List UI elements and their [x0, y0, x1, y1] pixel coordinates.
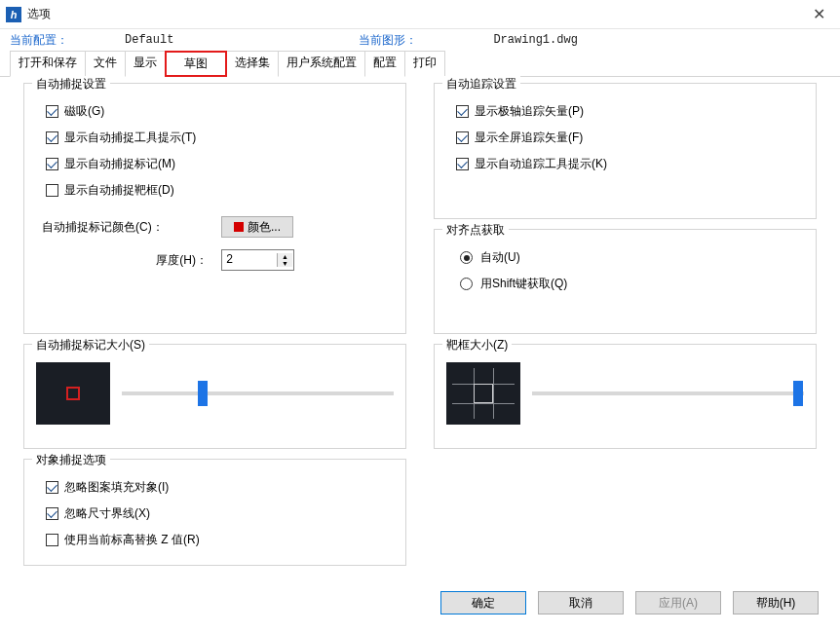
thickness-input[interactable]: [222, 253, 277, 267]
button-row: 确定 取消 应用(A) 帮助(H): [0, 581, 840, 626]
radio-shift[interactable]: [460, 278, 473, 290]
tab-file[interactable]: 文件: [85, 51, 126, 77]
checkbox-track-tooltip-label: 显示自动追踪工具提示(K): [475, 156, 607, 172]
tab-user-prefs[interactable]: 用户系统配置: [278, 51, 365, 77]
group-alignment-title: 对齐点获取: [442, 222, 509, 239]
marker-color-label: 自动捕捉标记颜色(C)：: [42, 219, 208, 236]
checkbox-ignore-dim[interactable]: [46, 507, 58, 520]
checkbox-marker-label: 显示自动捕捉标记(M): [64, 156, 175, 172]
group-marker-size: 自动捕捉标记大小(S): [23, 344, 406, 449]
group-alignment: 对齐点获取 自动(U) 用Shift键获取(Q): [434, 229, 817, 334]
tab-bar: 打开和保存 文件 显示 草图 选择集 用户系统配置 配置 打印: [0, 51, 840, 77]
checkbox-ignore-hatch-label: 忽略图案填充对象(I): [64, 479, 169, 496]
tab-selection[interactable]: 选择集: [226, 51, 279, 77]
checkbox-fullscreen-label: 显示全屏追踪矢量(F): [475, 130, 583, 146]
help-button[interactable]: 帮助(H): [733, 591, 819, 614]
cancel-button[interactable]: 取消: [538, 591, 624, 614]
group-autotrack: 自动追踪设置 显示极轴追踪矢量(P) 显示全屏追踪矢量(F) 显示自动追踪工具提…: [434, 83, 817, 219]
color-button[interactable]: 颜色...: [221, 216, 293, 238]
checkbox-aperture[interactable]: [46, 184, 58, 197]
checkbox-polar[interactable]: [456, 105, 469, 118]
group-aperture-size-title: 靶框大小(Z): [442, 337, 512, 354]
radio-shift-label: 用Shift键获取(Q): [480, 276, 567, 292]
slider-thumb[interactable]: [198, 381, 208, 406]
aperture-preview: [446, 362, 520, 425]
aperture-size-slider[interactable]: [532, 391, 804, 395]
current-config-value: Default: [125, 33, 173, 47]
config-row: 当前配置： Default 当前图形： Drawing1.dwg: [0, 29, 840, 51]
current-drawing-value: Drawing1.dwg: [493, 33, 577, 47]
apply-button[interactable]: 应用(A): [635, 591, 721, 614]
checkbox-ignore-dim-label: 忽略尺寸界线(X): [64, 505, 150, 522]
slider-thumb[interactable]: [793, 381, 803, 406]
close-button[interactable]: ✕: [797, 0, 840, 29]
checkbox-track-tooltip[interactable]: [456, 158, 469, 170]
marker-size-slider[interactable]: [122, 391, 394, 395]
tab-open-save[interactable]: 打开和保存: [10, 51, 86, 77]
window-title: 选项: [27, 6, 797, 22]
checkbox-aperture-label: 显示自动捕捉靶框(D): [64, 182, 174, 199]
aperture-preview-icon: [474, 384, 493, 403]
tab-drafting[interactable]: 草图: [165, 51, 227, 77]
current-config-label: 当前配置：: [10, 32, 68, 49]
color-button-label: 颜色...: [248, 219, 281, 236]
color-swatch-icon: [234, 222, 244, 232]
radio-auto[interactable]: [460, 251, 473, 264]
group-marker-size-title: 自动捕捉标记大小(S): [32, 337, 149, 354]
spinner-up-icon[interactable]: ▲: [278, 253, 292, 260]
checkbox-magnet[interactable]: [46, 105, 58, 118]
radio-auto-label: 自动(U): [480, 249, 520, 266]
checkbox-replace-z-label: 使用当前标高替换 Z 值(R): [64, 532, 200, 548]
group-autotrack-title: 自动追踪设置: [442, 76, 520, 93]
checkbox-ignore-hatch[interactable]: [46, 481, 58, 494]
thickness-spinner[interactable]: ▲▼: [221, 249, 294, 271]
tab-profile[interactable]: 配置: [364, 51, 405, 77]
app-icon: h: [6, 7, 21, 22]
checkbox-replace-z[interactable]: [46, 534, 58, 546]
marker-preview-icon: [66, 387, 80, 400]
title-bar: h 选项 ✕: [0, 0, 840, 29]
checkbox-marker[interactable]: [46, 158, 58, 170]
group-autosnap: 自动捕捉设置 磁吸(G) 显示自动捕捉工具提示(T) 显示自动捕捉标记(M) 显…: [23, 83, 406, 334]
tab-display[interactable]: 显示: [125, 51, 166, 77]
tab-print[interactable]: 打印: [404, 51, 445, 77]
checkbox-fullscreen[interactable]: [456, 131, 469, 144]
spinner-down-icon[interactable]: ▼: [278, 260, 292, 267]
checkbox-polar-label: 显示极轴追踪矢量(P): [475, 103, 584, 120]
ok-button[interactable]: 确定: [440, 591, 526, 614]
group-aperture-size: 靶框大小(Z): [434, 344, 817, 449]
checkbox-tooltip-label: 显示自动捕捉工具提示(T): [64, 130, 196, 146]
marker-preview: [36, 362, 110, 425]
group-osnap: 对象捕捉选项 忽略图案填充对象(I) 忽略尺寸界线(X) 使用当前标高替换 Z …: [23, 459, 406, 566]
group-autosnap-title: 自动捕捉设置: [32, 76, 110, 93]
checkbox-magnet-label: 磁吸(G): [64, 103, 104, 120]
current-drawing-label: 当前图形：: [359, 32, 417, 49]
thickness-label: 厚度(H)：: [42, 252, 208, 269]
group-osnap-title: 对象捕捉选项: [32, 452, 110, 468]
checkbox-tooltip[interactable]: [46, 131, 58, 144]
